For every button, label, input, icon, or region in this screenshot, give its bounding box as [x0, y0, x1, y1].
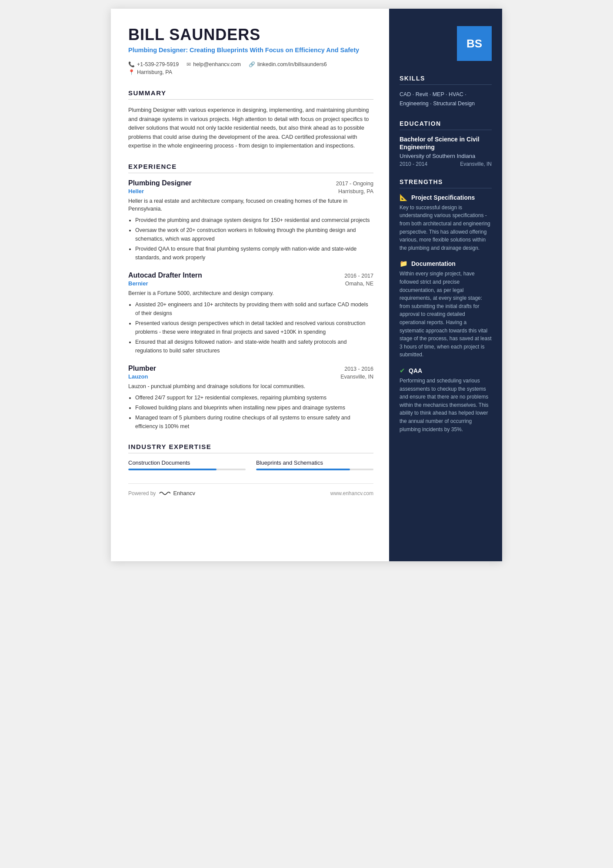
job-bullets-3: Offered 24/7 support for 12+ residential… — [128, 393, 373, 431]
bullet-3-1: Offered 24/7 support for 12+ residential… — [135, 393, 373, 402]
bullet-1-2: Oversaw the work of 20+ construction wor… — [135, 226, 373, 243]
strength-desc-3: Performing and scheduling various assess… — [400, 377, 492, 433]
bullet-2-2: Presented various design perspectives wh… — [135, 319, 373, 336]
bullet-3-2: Followed building plans and blueprints w… — [135, 403, 373, 412]
experience-section: EXPERIENCE Plumbing Designer 2017 - Ongo… — [128, 163, 373, 431]
strengths-title: STRENGTHS — [400, 178, 492, 185]
strengths-divider — [400, 188, 492, 188]
job-location-3: Evansville, IN — [340, 374, 373, 380]
brand-name: Enhancv — [173, 490, 195, 496]
job-company-2: Bernier — [128, 280, 148, 287]
progress-bar-bg-2 — [256, 469, 373, 470]
job-bullets-1: Provided the plumbing and drainage syste… — [128, 216, 373, 262]
bullet-2-1: Assisted 20+ engineers and 10+ architect… — [135, 300, 373, 318]
job-desc-2: Bernier is a Fortune 5000, architecture … — [128, 289, 373, 298]
progress-bar-fill-2 — [256, 469, 350, 470]
edu-meta: 2010 - 2014 Evansville, IN — [400, 161, 492, 167]
job-header-2: Autocad Drafter Intern 2016 - 2017 — [128, 271, 373, 279]
summary-section: SUMMARY Plumbing Designer with various e… — [128, 89, 373, 150]
job-dates-3: 2013 - 2016 — [344, 366, 373, 372]
strength-header-3: ✔ QAA — [400, 367, 492, 375]
strength-item-3: ✔ QAA Performing and scheduling various … — [400, 367, 492, 433]
powered-by-label: Powered by — [128, 490, 156, 496]
strength-desc-2: Within every single project, have follow… — [400, 270, 492, 359]
edu-years: 2010 - 2014 — [400, 161, 427, 167]
strength-name-3: QAA — [409, 367, 422, 374]
summary-title: SUMMARY — [128, 89, 373, 97]
expertise-title: INDUSTRY EXPERTISE — [128, 443, 373, 450]
left-column: BILL SAUNDERS Plumbing Designer: Creatin… — [111, 9, 389, 561]
candidate-name: BILL SAUNDERS — [128, 26, 373, 44]
education-section: EDUCATION Bachelor of Science in Civil E… — [400, 120, 492, 167]
job-entry-2: Autocad Drafter Intern 2016 - 2017 Berni… — [128, 271, 373, 355]
skills-divider — [400, 84, 492, 85]
job-company-row-3: Lauzon Evansville, IN — [128, 373, 373, 380]
footer: Powered by Enhancv www.enhancv.com — [128, 483, 373, 497]
summary-divider — [128, 99, 373, 100]
avatar: BS — [457, 26, 492, 61]
resume-wrapper: BILL SAUNDERS Plumbing Designer: Creatin… — [111, 9, 502, 561]
expertise-divider — [128, 453, 373, 453]
footer-left: Powered by Enhancv — [128, 490, 195, 497]
job-entry-3: Plumber 2013 - 2016 Lauzon Evansville, I… — [128, 365, 373, 431]
job-company-1: Heller — [128, 188, 144, 194]
job-company-row-2: Bernier Omaha, NE — [128, 280, 373, 287]
job-bullets-2: Assisted 20+ engineers and 10+ architect… — [128, 300, 373, 355]
summary-text: Plumbing Designer with various experienc… — [128, 106, 373, 150]
right-column: BS SKILLS CAD · Revit · MEP · HVAC · Eng… — [389, 9, 502, 561]
job-location-1: Harrisburg, PA — [338, 188, 373, 194]
linkedin-icon: 🔗 — [249, 61, 255, 67]
enhancv-logo-icon — [158, 490, 170, 497]
contact-location: 📍 Harrisburg, PA — [128, 69, 172, 75]
contact-linkedin: 🔗 linkedin.com/in/billsaunders6 — [249, 61, 327, 67]
contact-email: ✉ help@enhancv.com — [187, 61, 241, 67]
strength-desc-1: Key to successful design is understandin… — [400, 204, 492, 252]
strength-header-2: 📁 Documentation — [400, 260, 492, 268]
education-title: EDUCATION — [400, 120, 492, 127]
job-title-2: Autocad Drafter Intern — [128, 271, 202, 279]
location-icon: 📍 — [128, 69, 135, 75]
strength-icon-2: 📁 — [400, 260, 408, 268]
strength-item-1: 📐 Project Specifications Key to successf… — [400, 194, 492, 252]
job-desc-1: Heller is a real estate and architecture… — [128, 197, 373, 214]
strength-header-1: 📐 Project Specifications — [400, 194, 492, 201]
strength-name-2: Documentation — [411, 260, 456, 267]
email-icon: ✉ — [187, 61, 191, 67]
phone-icon: 📞 — [128, 61, 135, 67]
job-header-3: Plumber 2013 - 2016 — [128, 365, 373, 372]
job-entry-1: Plumbing Designer 2017 - Ongoing Heller … — [128, 179, 373, 262]
expertise-section: INDUSTRY EXPERTISE Construction Document… — [128, 443, 373, 470]
expertise-item-1: Construction Documents — [128, 459, 246, 470]
job-title-1: Plumbing Designer — [128, 179, 192, 187]
bullet-1-3: Provided QAA to ensure that final plumbi… — [135, 245, 373, 262]
contact-phone: 📞 +1-539-279-5919 — [128, 61, 179, 67]
experience-title: EXPERIENCE — [128, 163, 373, 170]
bullet-3-3: Managed team of 5 plumbers during routin… — [135, 413, 373, 431]
edu-school: University of Southern Indiana — [400, 153, 492, 159]
skills-section: SKILLS CAD · Revit · MEP · HVAC · Engine… — [400, 75, 492, 109]
job-dates-1: 2017 - Ongoing — [336, 181, 373, 187]
edu-location: Evansville, IN — [460, 161, 492, 167]
job-company-3: Lauzon — [128, 373, 148, 380]
job-company-row-1: Heller Harrisburg, PA — [128, 188, 373, 194]
skills-title: SKILLS — [400, 75, 492, 82]
progress-bar-fill-1 — [128, 469, 217, 470]
expertise-grid: Construction Documents Blueprints and Sc… — [128, 459, 373, 470]
expertise-label-1: Construction Documents — [128, 459, 246, 466]
bullet-1-1: Provided the plumbing and drainage syste… — [135, 216, 373, 225]
contact-row: 📞 +1-539-279-5919 ✉ help@enhancv.com 🔗 l… — [128, 61, 373, 75]
job-title-3: Plumber — [128, 365, 156, 372]
strength-item-2: 📁 Documentation Within every single proj… — [400, 260, 492, 359]
strength-icon-3: ✔ — [400, 367, 405, 375]
skills-text: CAD · Revit · MEP · HVAC · Engineering ·… — [400, 90, 492, 109]
education-divider — [400, 130, 492, 130]
candidate-title: Plumbing Designer: Creating Blueprints W… — [128, 46, 373, 55]
strengths-section: STRENGTHS 📐 Project Specifications Key t… — [400, 178, 492, 441]
job-desc-3: Lauzon - punctual plumbing and drainage … — [128, 382, 373, 391]
expertise-item-2: Blueprints and Schematics — [256, 459, 373, 470]
job-location-2: Omaha, NE — [345, 281, 373, 287]
progress-bar-bg-1 — [128, 469, 246, 470]
strength-name-1: Project Specifications — [411, 194, 475, 201]
expertise-label-2: Blueprints and Schematics — [256, 459, 373, 466]
experience-divider — [128, 173, 373, 173]
